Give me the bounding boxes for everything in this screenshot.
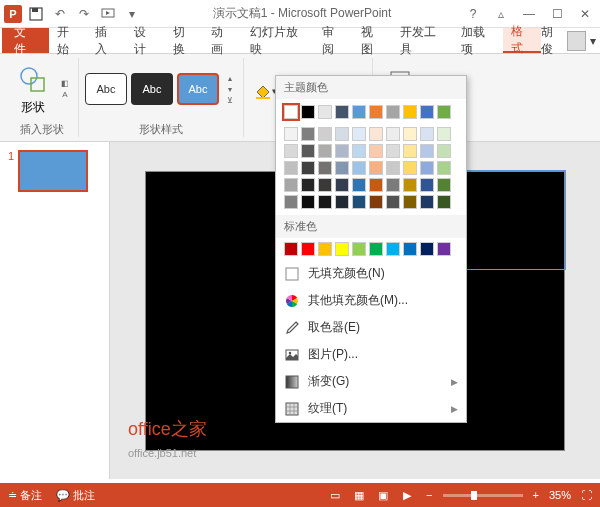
tint-color-swatch[interactable] (437, 144, 451, 158)
tint-color-swatch[interactable] (335, 178, 349, 192)
tint-color-swatch[interactable] (369, 195, 383, 209)
help-button[interactable]: ? (462, 4, 484, 24)
standard-color-swatch[interactable] (352, 242, 366, 256)
tab-file[interactable]: 文件 (2, 28, 49, 53)
tint-color-swatch[interactable] (352, 127, 366, 141)
maximize-button[interactable]: ☐ (546, 4, 568, 24)
zoom-slider[interactable] (443, 494, 523, 497)
ribbon-display-options-button[interactable]: ▵ (490, 4, 512, 24)
theme-color-swatch[interactable] (352, 105, 366, 119)
standard-color-swatch[interactable] (386, 242, 400, 256)
tint-color-swatch[interactable] (318, 178, 332, 192)
standard-color-swatch[interactable] (420, 242, 434, 256)
standard-color-swatch[interactable] (335, 242, 349, 256)
tint-color-swatch[interactable] (301, 127, 315, 141)
tint-color-swatch[interactable] (420, 195, 434, 209)
minimize-button[interactable]: — (518, 4, 540, 24)
tint-color-swatch[interactable] (437, 127, 451, 141)
tint-color-swatch[interactable] (318, 144, 332, 158)
zoom-out-button[interactable]: − (426, 489, 432, 501)
more-colors-item[interactable]: 其他填充颜色(M)... (276, 287, 466, 314)
tab-addins[interactable]: 加载项 (453, 28, 503, 53)
style-gallery-down[interactable]: ▾ (223, 84, 237, 94)
tint-color-swatch[interactable] (318, 195, 332, 209)
tint-color-swatch[interactable] (352, 178, 366, 192)
tint-color-swatch[interactable] (301, 178, 315, 192)
tint-color-swatch[interactable] (335, 127, 349, 141)
theme-color-swatch[interactable] (437, 105, 451, 119)
slideshow-view-button[interactable]: ▶ (398, 487, 416, 503)
theme-color-swatch[interactable] (386, 105, 400, 119)
tint-color-swatch[interactable] (437, 178, 451, 192)
shape-style-2[interactable]: Abc (131, 73, 173, 105)
tint-color-swatch[interactable] (420, 127, 434, 141)
slide-thumbnails-panel[interactable]: 1 (0, 142, 110, 479)
style-gallery-up[interactable]: ▴ (223, 73, 237, 83)
tint-color-swatch[interactable] (335, 144, 349, 158)
tab-review[interactable]: 审阅 (314, 28, 353, 53)
tint-color-swatch[interactable] (284, 178, 298, 192)
picture-fill-item[interactable]: 图片(P)... (276, 341, 466, 368)
zoom-in-button[interactable]: + (533, 489, 539, 501)
style-gallery-more[interactable]: ⊻ (223, 95, 237, 105)
start-slideshow-button[interactable] (98, 4, 118, 24)
tint-color-swatch[interactable] (369, 127, 383, 141)
tab-design[interactable]: 设计 (126, 28, 165, 53)
standard-color-swatch[interactable] (301, 242, 315, 256)
theme-color-swatch[interactable] (335, 105, 349, 119)
tint-color-swatch[interactable] (437, 195, 451, 209)
tint-color-swatch[interactable] (437, 161, 451, 175)
normal-view-button[interactable]: ▭ (326, 487, 344, 503)
tint-color-swatch[interactable] (301, 144, 315, 158)
tint-color-swatch[interactable] (420, 178, 434, 192)
theme-color-swatch[interactable] (284, 105, 298, 119)
tint-color-swatch[interactable] (386, 195, 400, 209)
user-menu-dropdown[interactable]: ▾ (590, 34, 596, 48)
tab-transitions[interactable]: 切换 (165, 28, 204, 53)
tint-color-swatch[interactable] (318, 161, 332, 175)
tab-format[interactable]: 格式 (503, 28, 542, 53)
tint-color-swatch[interactable] (284, 144, 298, 158)
user-avatar-icon[interactable] (567, 31, 586, 51)
slide-sorter-button[interactable]: ▦ (350, 487, 368, 503)
tint-color-swatch[interactable] (386, 178, 400, 192)
theme-color-swatch[interactable] (301, 105, 315, 119)
tint-color-swatch[interactable] (352, 161, 366, 175)
close-button[interactable]: ✕ (574, 4, 596, 24)
redo-button[interactable]: ↷ (74, 4, 94, 24)
standard-color-swatch[interactable] (369, 242, 383, 256)
theme-color-swatch[interactable] (369, 105, 383, 119)
standard-color-swatch[interactable] (318, 242, 332, 256)
tint-color-swatch[interactable] (369, 178, 383, 192)
tint-color-swatch[interactable] (284, 195, 298, 209)
fit-to-window-button[interactable]: ⛶ (581, 489, 592, 501)
standard-color-swatch[interactable] (403, 242, 417, 256)
tint-color-swatch[interactable] (284, 127, 298, 141)
theme-color-swatch[interactable] (403, 105, 417, 119)
no-fill-item[interactable]: 无填充颜色(N) (276, 260, 466, 287)
theme-color-swatch[interactable] (420, 105, 434, 119)
save-button[interactable] (26, 4, 46, 24)
edit-shape-button[interactable]: ◧ (58, 79, 72, 89)
tab-insert[interactable]: 插入 (87, 28, 126, 53)
tint-color-swatch[interactable] (369, 161, 383, 175)
tint-color-swatch[interactable] (386, 161, 400, 175)
undo-button[interactable]: ↶ (50, 4, 70, 24)
tint-color-swatch[interactable] (335, 195, 349, 209)
tint-color-swatch[interactable] (301, 195, 315, 209)
tint-color-swatch[interactable] (403, 144, 417, 158)
shape-style-3[interactable]: Abc (177, 73, 219, 105)
tint-color-swatch[interactable] (352, 195, 366, 209)
tint-color-swatch[interactable] (403, 127, 417, 141)
zoom-level[interactable]: 35% (549, 489, 571, 501)
tint-color-swatch[interactable] (284, 161, 298, 175)
tint-color-swatch[interactable] (420, 161, 434, 175)
eyedropper-item[interactable]: 取色器(E) (276, 314, 466, 341)
tint-color-swatch[interactable] (420, 144, 434, 158)
theme-color-swatch[interactable] (318, 105, 332, 119)
standard-color-swatch[interactable] (284, 242, 298, 256)
tab-slideshow[interactable]: 幻灯片放映 (242, 28, 315, 53)
tab-animations[interactable]: 动画 (203, 28, 242, 53)
tint-color-swatch[interactable] (386, 144, 400, 158)
tint-color-swatch[interactable] (301, 161, 315, 175)
